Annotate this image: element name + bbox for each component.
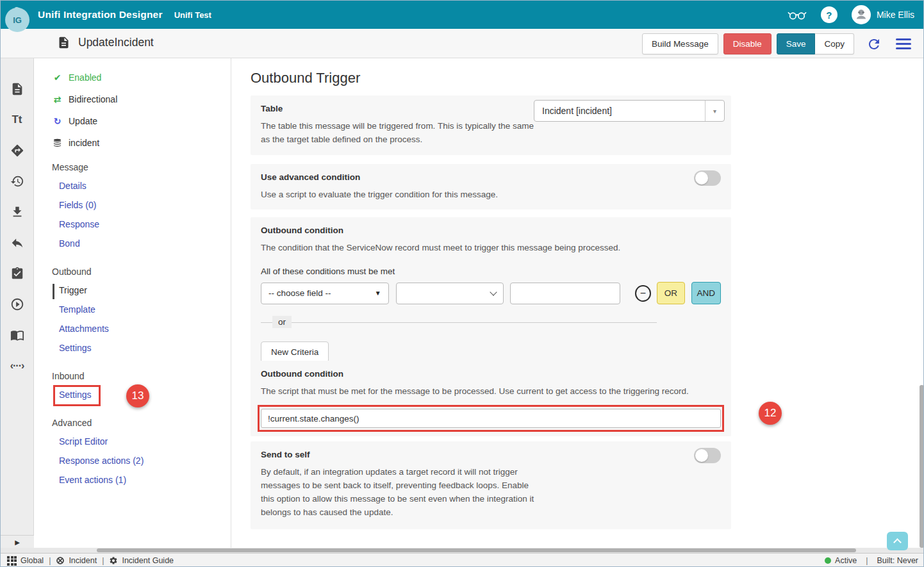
remove-condition-icon[interactable]: − xyxy=(635,285,652,302)
advanced-condition-toggle[interactable] xyxy=(694,170,721,186)
nav-item-attachments[interactable]: Attachments xyxy=(59,324,109,336)
condition-operator-select[interactable] xyxy=(396,283,504,304)
condition-field-select[interactable]: -- choose field -- ▼ xyxy=(261,283,389,304)
update-refresh-icon: ↻ xyxy=(52,116,63,126)
nav-item-response-actions[interactable]: Response actions (2) xyxy=(59,456,144,468)
table-select[interactable]: Incident [incident] ▾ xyxy=(534,100,725,122)
statusbar-scope[interactable]: Global xyxy=(7,556,44,566)
separator: | xyxy=(866,556,868,565)
active-status-dot xyxy=(825,557,831,564)
glasses-icon[interactable] xyxy=(788,8,807,22)
refresh-icon[interactable] xyxy=(864,35,884,54)
outbound-condition-script-card: Outbound condition The script that must … xyxy=(251,361,731,436)
nav-item-bond[interactable]: Bond xyxy=(59,238,80,251)
new-criteria-button[interactable]: New Criteria xyxy=(261,341,329,363)
nav-item-event-actions[interactable]: Event actions (1) xyxy=(59,475,126,488)
or-divider-label: or xyxy=(272,316,292,328)
disable-button[interactable]: Disable xyxy=(723,33,771,54)
tasks-icon[interactable] xyxy=(6,262,29,285)
user-avatar xyxy=(852,5,871,24)
horizontal-scrollbar[interactable] xyxy=(1,548,924,553)
condition-value-input[interactable] xyxy=(510,283,620,304)
outbound-condition-label: Outbound condition xyxy=(261,226,721,235)
vertical-scrollbar-thumb[interactable] xyxy=(920,385,924,548)
send-to-self-card: Send to self By default, if an integrati… xyxy=(251,441,731,529)
history-icon[interactable] xyxy=(6,170,29,193)
send-to-self-label: Send to self xyxy=(261,450,721,459)
copy-button[interactable]: Copy xyxy=(815,33,854,54)
page-header: UpdateIncident Build Message Disable Sav… xyxy=(1,29,924,58)
nav-section-advanced: Advanced xyxy=(52,418,231,431)
nav-item-template[interactable]: Template xyxy=(59,304,95,317)
nav-item-inbound-settings[interactable]: Settings 13 xyxy=(59,390,92,402)
user-name: Mike Ellis xyxy=(877,10,914,20)
rail-expand-button[interactable]: ▶ xyxy=(1,535,34,548)
nav-item-fields[interactable]: Fields (0) xyxy=(59,200,96,213)
scroll-to-top-button[interactable] xyxy=(887,532,908,550)
message-doc-icon xyxy=(57,36,70,49)
separator: | xyxy=(102,556,104,565)
or-divider: or xyxy=(261,316,657,330)
outbound-condition-script-description: The script that must be met for the mess… xyxy=(261,384,721,398)
outbound-condition-builder-card: Outbound condition The condition that th… xyxy=(251,217,731,371)
page-title: UpdateIncident xyxy=(78,36,154,49)
app-title: Unifi Integration Designer xyxy=(38,9,163,21)
statusbar-process[interactable]: Incident xyxy=(56,556,97,565)
active-status-label: Active xyxy=(835,556,857,565)
reply-icon[interactable] xyxy=(6,231,29,254)
main-content: Outbound Trigger Table The table this me… xyxy=(231,58,924,548)
menu-icon[interactable] xyxy=(894,35,913,54)
nav-item-trigger[interactable]: Trigger xyxy=(59,285,87,298)
play-circle-icon[interactable] xyxy=(6,293,29,316)
app-window: Unifi Integration Designer Unifi Test ? … xyxy=(0,0,924,567)
outbound-condition-description: The condition that the ServiceNow record… xyxy=(261,241,721,254)
directions-icon[interactable] xyxy=(6,139,29,162)
table-select-value: Incident [incident] xyxy=(534,101,705,121)
nav-status-bidirectional: ⇄ Bidirectional xyxy=(52,93,231,106)
nav-item-outbound-settings[interactable]: Settings xyxy=(59,343,92,356)
and-button[interactable]: AND xyxy=(691,282,721,304)
chevron-down-icon xyxy=(490,288,497,295)
integration-avatar: IG xyxy=(5,8,29,32)
advanced-condition-card: Use advanced condition Use a script to e… xyxy=(251,164,731,210)
nav-item-details[interactable]: Details xyxy=(59,181,87,193)
messages-icon[interactable] xyxy=(6,78,29,101)
chevron-up-icon xyxy=(893,538,902,546)
horizontal-scrollbar-thumb[interactable] xyxy=(97,548,856,552)
nav-item-response[interactable]: Response xyxy=(59,219,99,232)
section-title: Outbound Trigger xyxy=(251,70,360,86)
annotation-badge-13: 13 xyxy=(126,384,149,407)
documentation-icon[interactable] xyxy=(6,324,29,347)
built-status-label: Built: Never xyxy=(877,556,918,565)
environment-label[interactable]: Unifi Test xyxy=(174,10,211,20)
user-menu[interactable]: Mike Ellis xyxy=(852,5,914,24)
separator: | xyxy=(49,556,51,565)
status-bar: Global | Incident | Incident Guide Activ… xyxy=(1,553,924,567)
bidirectional-icon: ⇄ xyxy=(52,94,63,104)
download-icon[interactable] xyxy=(6,201,29,224)
top-app-bar: Unifi Integration Designer Unifi Test ? … xyxy=(1,1,924,29)
annotation-badge-12: 12 xyxy=(759,402,782,425)
or-button[interactable]: OR xyxy=(657,282,684,304)
chevron-down-icon: ▾ xyxy=(705,101,724,121)
outbound-condition-script-input[interactable] xyxy=(261,409,721,428)
script-input-wrap xyxy=(261,409,721,428)
check-icon: ✔ xyxy=(52,72,63,83)
statusbar-guide[interactable]: Incident Guide xyxy=(109,556,174,565)
advanced-condition-description: Use a script to evaluate the trigger con… xyxy=(261,188,721,201)
icon-rail: Tt ‹···› xyxy=(1,58,34,548)
process-icon xyxy=(56,556,65,565)
nav-item-script-editor[interactable]: Script Editor xyxy=(59,436,108,449)
text-format-icon[interactable]: Tt xyxy=(6,108,29,131)
nav-status-update: ↻ Update xyxy=(52,115,231,127)
send-to-self-toggle[interactable] xyxy=(694,448,721,463)
send-to-self-description: By default, if an integration updates a … xyxy=(261,465,543,519)
caret-down-icon: ▼ xyxy=(375,290,381,297)
build-message-button[interactable]: Build Message xyxy=(642,33,718,54)
table-card: Table The table this message will be tri… xyxy=(251,95,731,155)
code-icon[interactable]: ‹···› xyxy=(6,354,29,377)
help-icon[interactable]: ? xyxy=(821,6,837,23)
table-description: The table this message will be triggered… xyxy=(261,119,543,146)
save-button[interactable]: Save xyxy=(777,33,816,54)
grid-icon xyxy=(7,556,17,566)
